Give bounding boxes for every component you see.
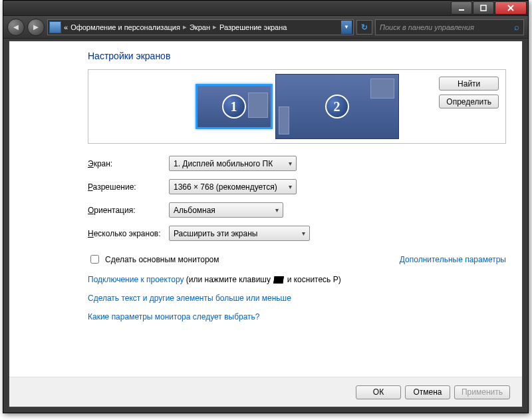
monitor-2[interactable]: 2 — [275, 74, 399, 139]
monitor-deco — [279, 106, 289, 134]
search-placeholder: Поиск в панели управления — [380, 23, 474, 31]
address-bar[interactable]: « Оформление и персонализация ▸ Экран ▸ … — [47, 19, 354, 35]
search-box[interactable]: Поиск в панели управления ⌕ — [375, 19, 524, 35]
ok-button[interactable]: ОК — [356, 385, 401, 399]
monitor-deco — [248, 93, 268, 118]
maximize-button[interactable] — [473, 1, 494, 15]
nav-back-button[interactable]: ◄ — [7, 19, 25, 36]
screen-select[interactable]: 1. Дисплей мобильного ПК — [169, 156, 297, 171]
advanced-link[interactable]: Дополнительные параметры — [400, 255, 506, 264]
windows-key-icon — [274, 276, 285, 284]
textsize-link[interactable]: Сделать текст и другие элементы больше и… — [88, 294, 291, 303]
settings-form: Экран: 1. Дисплей мобильного ПК Разрешен… — [88, 156, 506, 241]
cancel-button[interactable]: Отмена — [405, 385, 450, 399]
resolution-label: Разрешение: — [88, 182, 169, 192]
breadcrumb-item[interactable]: Разрешение экрана — [219, 23, 287, 31]
refresh-button[interactable]: ↻ — [356, 20, 372, 35]
projector-row: Подключение к проектору (или нажмите кла… — [88, 275, 506, 284]
breadcrumb-sep: ▸ — [213, 23, 217, 31]
window-frame: ◄ ► « Оформление и персонализация ▸ Экра… — [3, 0, 529, 413]
projector-suffix-pre: (или нажмите клавишу — [184, 275, 273, 284]
titlebar — [3, 1, 528, 16]
close-button[interactable] — [495, 1, 527, 15]
make-main-input[interactable] — [90, 255, 99, 264]
footer: ОК Отмена Применить — [9, 377, 522, 407]
monitor-deco — [370, 79, 394, 99]
display-preview: 1 2 Найти Определить — [88, 69, 506, 144]
address-dropdown[interactable]: ▼ — [341, 21, 352, 34]
apply-button[interactable]: Применить — [454, 385, 510, 399]
minimize-button[interactable] — [451, 1, 472, 15]
multi-label: Несколько экранов: — [88, 229, 169, 238]
page-title: Настройки экранов — [88, 51, 506, 61]
control-panel-icon — [49, 21, 61, 33]
svg-rect-1 — [481, 5, 486, 11]
content-area: Настройки экранов 1 2 Найти Определить — [9, 41, 523, 407]
breadcrumb-sep: ▸ — [183, 23, 187, 31]
resolution-select[interactable]: 1366 × 768 (рекомендуется) — [169, 179, 297, 194]
identify-button[interactable]: Определить — [439, 95, 499, 108]
monitor-1-number: 1 — [222, 95, 246, 118]
orientation-label: Ориентация: — [88, 206, 169, 215]
monitor-arrangement[interactable]: 1 2 — [95, 74, 499, 139]
breadcrumb-item[interactable]: Оформление и персонализация — [70, 23, 180, 31]
multi-select[interactable]: Расширить эти экраны — [169, 226, 310, 241]
projector-suffix-post: и коснитесь P) — [285, 275, 340, 284]
projector-link[interactable]: Подключение к проектору — [88, 275, 184, 284]
make-main-label: Сделать основным монитором — [105, 255, 219, 264]
main-panel: Настройки экранов 1 2 Найти Определить — [9, 41, 522, 321]
find-button[interactable]: Найти — [439, 77, 499, 91]
which-monitor-link[interactable]: Какие параметры монитора следует выбрать… — [88, 312, 260, 321]
screen-label: Экран: — [88, 159, 169, 168]
monitor-2-number: 2 — [325, 95, 349, 118]
breadcrumb-item[interactable]: Экран — [190, 23, 210, 31]
make-main-checkbox[interactable]: Сделать основным монитором — [88, 253, 219, 266]
monitor-1[interactable]: 1 — [196, 84, 273, 129]
nav-bar: ◄ ► « Оформление и персонализация ▸ Экра… — [3, 16, 528, 39]
orientation-select[interactable]: Альбомная — [169, 202, 283, 218]
nav-forward-button[interactable]: ► — [27, 19, 45, 36]
addr-back: « — [64, 23, 68, 31]
search-icon: ⌕ — [514, 22, 519, 32]
